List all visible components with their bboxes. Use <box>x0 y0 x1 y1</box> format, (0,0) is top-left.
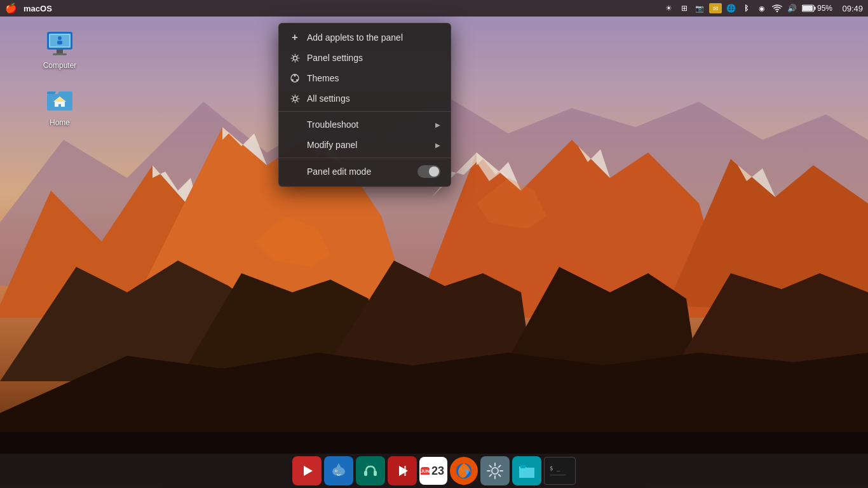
svg-point-37 <box>296 79 298 81</box>
menubar-right: ☀ ⊞ 📷 ✉ 🌐 ᛒ ◉ 🔊 95% 09:49 <box>663 3 863 14</box>
modify-panel-icon <box>289 139 301 151</box>
svg-point-38 <box>292 79 294 81</box>
menu-item-modify-panel[interactable]: Modify panel <box>279 135 451 155</box>
svg-point-51 <box>492 468 498 474</box>
menubar: 🍎 macOS ☀ ⊞ 📷 ✉ 🌐 ᛒ ◉ 🔊 95% 09:49 <box>0 0 868 17</box>
svg-rect-27 <box>57 50 63 53</box>
svg-rect-24 <box>803 6 813 11</box>
dock-app-system-prefs[interactable] <box>480 456 510 485</box>
menu-item-all-settings[interactable]: All settings <box>279 88 451 109</box>
divider-2 <box>279 158 451 158</box>
panel-settings-icon <box>289 52 301 64</box>
svg-text:──────: ────── <box>549 473 566 478</box>
network-icon[interactable]: 🌐 <box>726 3 737 14</box>
mail-icon[interactable]: ✉ <box>709 3 722 13</box>
app-name[interactable]: macOS <box>24 4 52 13</box>
dock-app-files[interactable] <box>512 456 541 485</box>
desktop-icon-home[interactable]: Home <box>34 83 85 130</box>
svg-marker-17 <box>0 353 868 445</box>
home-svg-icon <box>44 85 75 116</box>
screen-brightness-icon[interactable]: ☀ <box>663 3 675 14</box>
svg-rect-45 <box>364 471 367 476</box>
svg-rect-23 <box>814 7 815 10</box>
menu-item-add-applets[interactable]: + Add applets to the panel <box>279 27 451 48</box>
svg-rect-52 <box>520 465 526 468</box>
svg-point-36 <box>294 75 296 77</box>
dock-app-mediaplayer2[interactable] <box>388 456 417 485</box>
home-icon-image <box>44 85 75 116</box>
battery-indicator: 95% <box>802 4 832 13</box>
svg-rect-28 <box>53 53 67 55</box>
dock-app-firefox[interactable] <box>450 457 478 485</box>
dock-app-terminal[interactable]: $ _ ────── <box>544 457 576 485</box>
menu-item-themes[interactable]: Themes <box>279 68 451 88</box>
desktop-icon-computer[interactable]: Computer <box>34 25 85 72</box>
add-applets-icon: + <box>289 32 301 43</box>
svg-marker-42 <box>336 463 342 469</box>
computer-icon-label: Computer <box>43 61 77 70</box>
calendar-month-label: JUN <box>421 469 430 473</box>
all-settings-icon <box>289 93 301 104</box>
svg-rect-46 <box>374 471 377 476</box>
dock-app-calendar[interactable]: JUN 23 <box>419 457 447 485</box>
window-manager-icon[interactable]: ⊞ <box>679 3 690 14</box>
svg-marker-40 <box>304 466 313 476</box>
camera-icon[interactable]: 📷 <box>694 3 705 14</box>
all-settings-label: All settings <box>307 93 440 104</box>
troubleshoot-label: Troubleshoot <box>307 119 429 130</box>
dock-app-app3[interactable] <box>356 456 385 485</box>
svg-text:$ _: $ _ <box>550 465 560 471</box>
panel-edit-mode-label: Panel edit mode <box>307 166 411 177</box>
network2-icon[interactable]: ◉ <box>756 3 768 14</box>
dock-center: JUN 23 <box>292 456 576 485</box>
svg-rect-48 <box>404 466 406 476</box>
themes-icon <box>289 72 301 84</box>
panel-edit-mode-icon <box>289 166 301 177</box>
toggle-knob <box>429 166 439 177</box>
svg-point-39 <box>293 97 297 100</box>
svg-point-34 <box>293 56 297 60</box>
computer-icon-image <box>44 28 75 58</box>
menu-item-troubleshoot[interactable]: Troubleshoot <box>279 114 451 135</box>
apple-logo-icon[interactable]: 🍎 <box>5 3 17 14</box>
svg-point-30 <box>58 36 62 40</box>
calendar-day-number: 23 <box>431 465 444 477</box>
svg-point-44 <box>336 470 337 471</box>
battery-icon <box>802 4 816 12</box>
context-menu: + Add applets to the panel Panel setting… <box>278 23 451 187</box>
menu-item-panel-settings[interactable]: Panel settings <box>279 48 451 68</box>
troubleshoot-icon <box>289 119 301 130</box>
menubar-left: 🍎 macOS <box>5 3 52 14</box>
clock-display: 09:49 <box>836 4 863 13</box>
divider-1 <box>279 111 451 112</box>
computer-svg-icon <box>44 28 75 58</box>
add-applets-label: Add applets to the panel <box>307 32 440 43</box>
dock-app-shark[interactable] <box>324 456 353 485</box>
menu-item-panel-edit-mode[interactable]: Panel edit mode <box>279 161 451 182</box>
volume-icon[interactable]: 🔊 <box>787 3 798 14</box>
panel-edit-mode-toggle[interactable] <box>417 165 440 178</box>
wifi-icon[interactable] <box>771 3 783 14</box>
dock-app-mediaplayer1[interactable] <box>292 456 322 485</box>
panel-settings-label: Panel settings <box>307 53 440 63</box>
battery-percent: 95% <box>817 4 832 13</box>
home-icon-label: Home <box>50 118 70 127</box>
themes-label: Themes <box>307 73 440 83</box>
svg-rect-31 <box>57 41 62 44</box>
bluetooth-icon[interactable]: ᛒ <box>741 3 752 14</box>
svg-marker-47 <box>399 466 408 476</box>
modify-panel-label: Modify panel <box>307 140 429 150</box>
dock: JUN 23 <box>0 454 868 488</box>
